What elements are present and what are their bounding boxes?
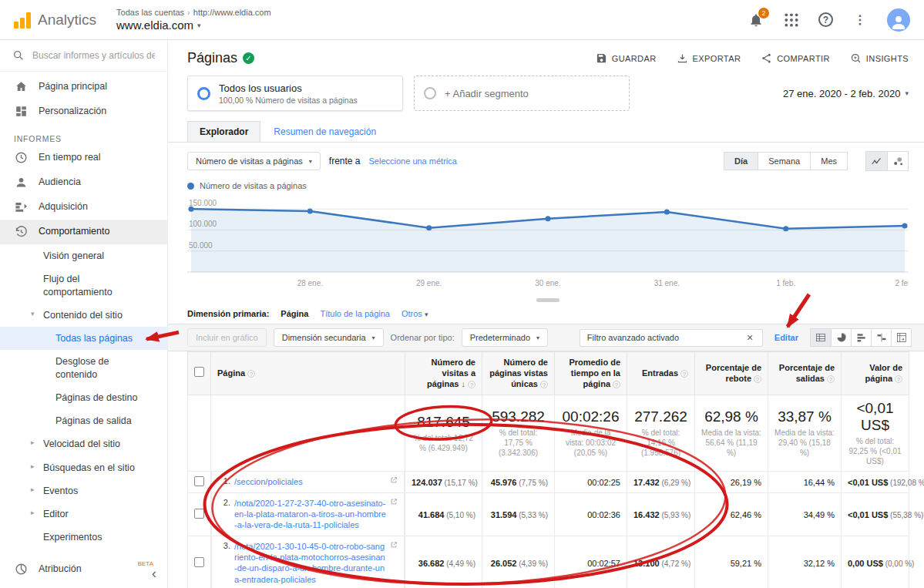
sidebar-item-todas-las-paginas[interactable]: Todas las páginas bbox=[0, 327, 167, 350]
sidebar-item-adquisicion[interactable]: Adquisición bbox=[0, 195, 167, 220]
tab-explorador[interactable]: Explorador bbox=[187, 121, 260, 142]
metric-cell: 13.100 (4,72 %) bbox=[627, 536, 695, 588]
performance-view-button[interactable] bbox=[851, 329, 871, 346]
sidebar-item-personalizacion[interactable]: Personalización bbox=[0, 99, 167, 124]
property-selector[interactable]: www.eldia.com ▾ bbox=[116, 18, 271, 32]
granularity-day-button[interactable]: Día bbox=[724, 152, 758, 170]
table-view-button[interactable] bbox=[811, 329, 831, 346]
summary-value: 593.282 bbox=[489, 408, 548, 425]
share-button[interactable]: COMPARTIR bbox=[761, 52, 830, 64]
dimension-option-otros[interactable]: Otros ▾ bbox=[402, 309, 428, 318]
collapse-sidebar-icon[interactable]: ‹ bbox=[152, 566, 156, 582]
sidebar-item-atribucion[interactable]: AtribuciónBETA bbox=[0, 557, 167, 582]
pivot-view-button[interactable] bbox=[891, 329, 911, 346]
notification-badge: 2 bbox=[758, 8, 769, 18]
sidebar-item-label: Eventos bbox=[43, 485, 144, 497]
save-icon bbox=[596, 52, 607, 64]
sidebar-item-experimentos[interactable]: Experimentos bbox=[0, 526, 167, 549]
summary-value: 00:02:26 bbox=[561, 408, 620, 425]
granularity-month-button[interactable]: Mes bbox=[810, 152, 848, 170]
chevron-down-icon: ▾ bbox=[425, 311, 428, 318]
sidebar-item-desglose-de-contenido[interactable]: Desglose de contenido bbox=[0, 350, 167, 386]
metric-cell: 59,21 % bbox=[695, 536, 768, 588]
external-link-icon[interactable] bbox=[390, 541, 398, 550]
granularity-week-button[interactable]: Semana bbox=[758, 152, 811, 170]
report-actions: GUARDAR EXPORTAR COMPARTIR INSIGHTS bbox=[596, 52, 909, 64]
primary-dimension-label: Dimensión primaria: bbox=[187, 309, 269, 318]
sidebar-item-eventos[interactable]: ▸Eventos bbox=[0, 479, 167, 502]
page-link[interactable]: /seccion/policiales bbox=[234, 476, 386, 487]
dimension-option-pagina[interactable]: Página bbox=[281, 309, 308, 318]
column-header-numero-de-visitas-a-paginas[interactable]: Número de visitas a páginas↓? bbox=[405, 352, 482, 395]
sidebar-item-editor[interactable]: ▸Editor bbox=[0, 502, 167, 526]
notifications-button[interactable]: 2 bbox=[748, 12, 764, 29]
sidebar-item-label: Visión general bbox=[43, 250, 144, 262]
tab-resumen-navegacion[interactable]: Resumen de navegación bbox=[262, 122, 388, 142]
column-header-porcentaje-de-rebote[interactable]: Porcentaje de rebote? bbox=[695, 352, 768, 395]
line-chart-button[interactable] bbox=[866, 152, 887, 170]
sidebar-item-descubrir[interactable]: Descubrir bbox=[0, 582, 167, 588]
export-button[interactable]: EXPORTAR bbox=[677, 52, 741, 64]
sidebar-item-audiencia[interactable]: Audiencia bbox=[0, 170, 167, 195]
analytics-logo[interactable]: Analytics bbox=[0, 12, 116, 29]
sidebar-item-en-tiempo-real[interactable]: En tiempo real bbox=[0, 146, 167, 170]
sidebar-item-paginas-de-salida[interactable]: Páginas de salida bbox=[0, 409, 167, 432]
external-link-icon[interactable] bbox=[390, 498, 398, 507]
sidebar-item-vision-general[interactable]: Visión general bbox=[0, 244, 167, 267]
column-header-entradas[interactable]: Entradas? bbox=[627, 352, 695, 395]
edit-filter-link[interactable]: Editar bbox=[774, 333, 798, 342]
search-input[interactable] bbox=[32, 50, 155, 61]
motion-chart-button[interactable] bbox=[887, 152, 908, 170]
sort-desc-icon: ↓ bbox=[462, 379, 466, 388]
secondary-dimension-selector[interactable]: Dimensión secundaria ▾ bbox=[274, 328, 384, 347]
insights-button[interactable]: INSIGHTS bbox=[850, 52, 909, 64]
column-header-promedio-de-tiempo-en-la-pagina[interactable]: Promedio de tiempo en la página? bbox=[555, 352, 627, 395]
metric-selector[interactable]: Número de visitas a páginas ▾ bbox=[187, 152, 321, 170]
account-header: Todas las cuentas›http://www.eldia.com w… bbox=[116, 8, 271, 32]
column-header-porcentaje-de-salidas[interactable]: Porcentaje de salidas? bbox=[768, 352, 842, 395]
home-icon bbox=[14, 79, 29, 94]
more-options-button[interactable]: ⋮ bbox=[852, 12, 869, 29]
chart-section: Número de visitas a páginas 50.000100.00… bbox=[168, 176, 924, 302]
sidebar-item-comportamiento[interactable]: Comportamiento bbox=[0, 220, 167, 244]
segment-all-users[interactable]: Todos los usuarios 100,00 % Número de vi… bbox=[187, 76, 403, 111]
add-segment-button[interactable]: + Añadir segmento bbox=[414, 76, 630, 111]
compare-metric-link[interactable]: Seleccione una métrica bbox=[369, 156, 457, 166]
column-header-numero-de-paginas-vistas-unicas[interactable]: Número de páginas vistas únicas? bbox=[482, 352, 555, 395]
dimension-option-titulo[interactable]: Título de la página bbox=[320, 309, 390, 318]
sort-type-selector[interactable]: Predeterminado ▾ bbox=[462, 328, 548, 347]
column-header-valor-de-pagina[interactable]: Valor de página? bbox=[842, 352, 909, 395]
date-range-selector[interactable]: 27 ene. 2020 - 2 feb. 2020 ▾ bbox=[783, 88, 909, 99]
column-header-pagina[interactable]: Página? bbox=[211, 352, 405, 395]
row-checkbox[interactable] bbox=[194, 509, 204, 519]
row-checkbox[interactable] bbox=[194, 476, 204, 486]
bar-chart-icon bbox=[856, 332, 867, 343]
sidebar-item-paginas-de-destino[interactable]: Páginas de destino bbox=[0, 386, 167, 409]
sidebar-item-busquedas-en-el-sitio[interactable]: ▸Búsquedas en el sitio bbox=[0, 456, 167, 479]
percentage-view-button[interactable] bbox=[831, 329, 851, 346]
summary-cell-0: 817.645% del total: 12,72 % (6.429.949) bbox=[405, 395, 482, 472]
comparison-view-button[interactable] bbox=[871, 329, 891, 346]
plot-rows-button[interactable]: Incluir en gráfico bbox=[187, 328, 267, 347]
clear-filter-icon[interactable]: ✕ bbox=[745, 333, 755, 343]
sidebar-item-velocidad-del-sitio[interactable]: ▸Velocidad del sitio bbox=[0, 432, 167, 455]
line-chart-icon bbox=[871, 156, 882, 167]
sidebar-search[interactable] bbox=[0, 40, 167, 72]
save-button[interactable]: GUARDAR bbox=[596, 52, 657, 64]
summary-value: 277.262 bbox=[633, 408, 688, 425]
row-checkbox[interactable] bbox=[194, 557, 204, 567]
sidebar-item-label: Editor bbox=[43, 508, 144, 520]
page-link[interactable]: /nota/2020-1-30-10-45-0-otro-robo-sangri… bbox=[234, 541, 386, 585]
avatar[interactable] bbox=[887, 8, 910, 32]
table-body: 1./seccion/policiales124.037 (15,17 %)45… bbox=[188, 472, 909, 588]
help-button[interactable]: ? bbox=[818, 12, 833, 27]
chevron-down-icon: ▾ bbox=[536, 334, 539, 341]
external-link-icon[interactable] bbox=[390, 476, 398, 486]
page-link[interactable]: /nota/2020-1-27-2-37-40-otro-asesinato-e… bbox=[234, 498, 386, 531]
sidebar-item-pagina-principal[interactable]: Página principal bbox=[0, 75, 167, 99]
sidebar-nav: Página principalPersonalizaciónINFORMESE… bbox=[0, 72, 167, 588]
select-all-checkbox[interactable] bbox=[194, 367, 204, 377]
sidebar-item-contenido-del-sitio[interactable]: ▾Contenido del sitio bbox=[0, 304, 167, 327]
apps-grid-button[interactable] bbox=[783, 12, 800, 29]
sidebar-item-flujo-del-comportamiento[interactable]: Flujo del comportamiento bbox=[0, 267, 167, 304]
